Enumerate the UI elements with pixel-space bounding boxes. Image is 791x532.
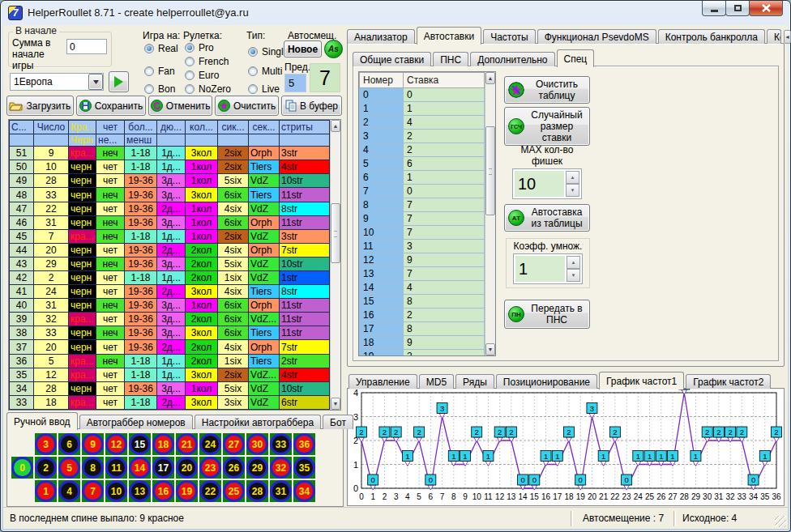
board-number-2[interactable]: 2 [35, 457, 57, 479]
copy-buffer-button[interactable]: В буфер [281, 96, 342, 116]
board-number-15[interactable]: 15 [129, 433, 151, 455]
preset-combobox[interactable]: 1Европа [10, 73, 104, 91]
scroll-down-button[interactable]: ▼ [331, 398, 340, 410]
radio-Pro[interactable]: Pro [185, 42, 214, 53]
board-number-20[interactable]: 20 [176, 457, 198, 479]
tab-Автоставки[interactable]: Автоставки [417, 27, 482, 45]
autoshift-as-icon-button[interactable]: As [324, 40, 343, 58]
tab-Ручной ввод[interactable]: Ручной ввод [6, 412, 78, 430]
history-header-cell[interactable] [10, 134, 34, 147]
history-scrollbar[interactable]: ▲ ▼ [330, 120, 340, 410]
board-number-7[interactable]: 7 [82, 480, 104, 502]
history-header-cell[interactable] [280, 134, 330, 147]
tab-Общие ставки[interactable]: Общие ставки [353, 52, 431, 66]
tab-Автограббер номеров[interactable]: Автограббер номеров [79, 415, 193, 429]
history-scrollbar-track[interactable] [331, 132, 340, 398]
tab-Ряды[interactable]: Ряды [455, 374, 494, 389]
tab-График частот2[interactable]: График частот2 [686, 374, 771, 389]
board-number-29[interactable]: 29 [246, 457, 268, 479]
bets-row[interactable]: 61 [360, 171, 485, 185]
history-header-cell[interactable] [34, 134, 69, 147]
radio-Euro[interactable]: Euro [185, 70, 219, 81]
board-number-10[interactable]: 10 [105, 480, 127, 502]
tab-Управление[interactable]: Управление [348, 374, 417, 389]
tab-Колесо ру[interactable]: Колесо ру [767, 29, 781, 44]
scroll-up-button[interactable]: ▲ [485, 72, 495, 84]
maximize-button[interactable] [725, 1, 750, 16]
tab-MD5[interactable]: MD5 [419, 374, 454, 389]
bets-row[interactable]: 162 [360, 309, 485, 322]
tab-Дополнительно[interactable]: Дополнительно [470, 52, 554, 66]
spin-up-button[interactable]: ▲ [567, 256, 580, 269]
bets-row[interactable]: 24 [360, 116, 485, 130]
board-number-32[interactable]: 32 [270, 457, 292, 479]
coef-value[interactable]: 1 [515, 256, 565, 282]
history-header-cell[interactable]: дю... [157, 121, 186, 134]
bets-row[interactable]: 97 [360, 212, 485, 226]
history-header-cell[interactable] [186, 134, 218, 147]
board-number-0[interactable]: 0 [11, 457, 33, 479]
undo-button[interactable]: Отменить [148, 96, 212, 116]
bets-scrollbar[interactable]: ▲ ▼ [485, 72, 495, 355]
scroll-down-button[interactable]: ▼ [485, 343, 495, 355]
bets-row[interactable]: 178 [360, 322, 485, 336]
clear-table-button[interactable]: Очистить таблицу [504, 76, 590, 104]
board-number-16[interactable]: 16 [152, 480, 174, 502]
bets-row[interactable]: 56 [360, 157, 485, 171]
board-number-35[interactable]: 35 [293, 457, 315, 479]
spin-down-button[interactable]: ▼ [567, 269, 580, 282]
history-header-cell[interactable]: сик... [218, 121, 249, 134]
scroll-up-button[interactable]: ▲ [331, 120, 340, 132]
radio-Live[interactable]: Live [248, 83, 280, 95]
titlebar[interactable]: 7 HelperRoullet 8.71 - create helperroul… [1, 1, 790, 25]
history-header-cell[interactable]: чет [96, 121, 125, 134]
max-chips-value[interactable]: 10 [515, 171, 564, 197]
board-number-22[interactable]: 22 [199, 480, 221, 502]
bets-header-cell[interactable]: Ставка [404, 73, 485, 88]
tab-Настройки автограббера[interactable]: Настройки автограббера [195, 415, 321, 429]
bets-row[interactable]: 129 [360, 253, 485, 267]
bets-row[interactable]: 192 [360, 350, 485, 357]
tab-Спец[interactable]: Спец [557, 49, 595, 67]
board-number-28[interactable]: 28 [246, 480, 268, 502]
board-number-31[interactable]: 31 [270, 480, 292, 502]
board-number-11[interactable]: 11 [105, 457, 127, 479]
combobox-dropdown-button[interactable] [88, 74, 103, 90]
bets-row[interactable]: 144 [360, 281, 485, 295]
load-button[interactable]: Загрузить [6, 96, 74, 116]
history-header-cell[interactable]: стриты [280, 121, 330, 134]
history-scrollbar-thumb[interactable] [331, 203, 340, 263]
radio-Bon[interactable]: Bon [144, 83, 175, 95]
board-number-12[interactable]: 12 [105, 433, 127, 455]
play-button[interactable] [109, 71, 129, 92]
board-number-25[interactable]: 25 [223, 480, 245, 502]
coef-spinner[interactable]: 1 ▲ ▼ [513, 253, 583, 284]
history-header-cell[interactable] [249, 134, 280, 147]
board-number-34[interactable]: 34 [293, 480, 315, 502]
board-number-13[interactable]: 13 [129, 480, 151, 502]
radio-French[interactable]: French [185, 56, 229, 67]
bets-row[interactable]: 42 [360, 143, 485, 157]
close-button[interactable] [749, 1, 783, 16]
board-number-6[interactable]: 6 [58, 433, 80, 455]
board-number-21[interactable]: 21 [176, 433, 198, 455]
history-header-cell[interactable]: Черн [69, 134, 96, 147]
board-number-30[interactable]: 30 [246, 433, 268, 455]
history-header-cell[interactable]: сек... [249, 121, 280, 134]
bets-row[interactable]: 137 [360, 267, 485, 281]
autoshift-new-button[interactable]: Новое [284, 40, 322, 57]
bets-row[interactable]: 113 [360, 240, 485, 253]
bets-scrollbar-thumb[interactable] [485, 126, 495, 215]
radio-Multi[interactable]: Multi [248, 66, 282, 77]
board-number-17[interactable]: 17 [152, 457, 174, 479]
bets-row[interactable]: 189 [360, 336, 485, 350]
bets-row[interactable]: 107 [360, 226, 485, 240]
tab-ПНС[interactable]: ПНС [433, 52, 468, 66]
tab-Функционал PsevdoMS[interactable]: Функционал PsevdoMS [537, 29, 656, 44]
board-number-24[interactable]: 24 [199, 433, 221, 455]
resize-grip[interactable] [775, 516, 786, 527]
bets-scrollbar-track[interactable] [485, 84, 495, 343]
bets-row[interactable]: 00 [360, 88, 485, 102]
history-header-cell[interactable]: Кра... [69, 121, 96, 134]
radio-Real[interactable]: Real [144, 43, 178, 54]
